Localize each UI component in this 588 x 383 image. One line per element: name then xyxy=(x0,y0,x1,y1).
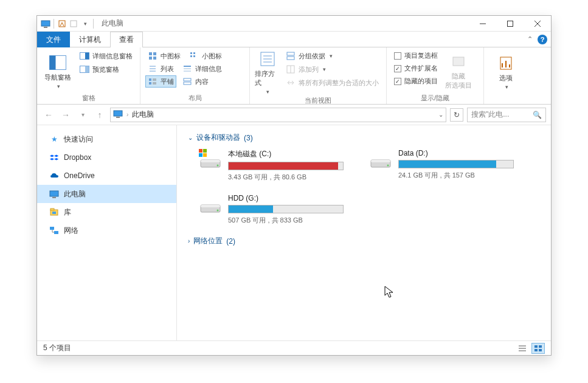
tab-view[interactable]: 查看 xyxy=(110,32,143,47)
details-pane-icon xyxy=(80,51,89,61)
search-input[interactable]: 搜索"此电... 🔍 xyxy=(467,108,546,122)
status-item-count: 5 个项目 xyxy=(43,343,71,353)
svg-rect-61 xyxy=(201,160,220,162)
small-icons-icon xyxy=(189,51,199,61)
layout-list[interactable]: 列表 xyxy=(145,63,176,75)
svg-rect-73 xyxy=(539,345,542,348)
drive-name: 本地磁盘 (C:) xyxy=(228,149,345,159)
search-icon: 🔍 xyxy=(533,111,542,119)
svg-rect-48 xyxy=(116,117,120,118)
group-label-current-view: 当前视图 xyxy=(255,95,381,105)
close-button[interactable] xyxy=(524,16,551,32)
tiles-view-toggle[interactable] xyxy=(531,343,545,354)
group-devices-header[interactable]: ⌄ 设备和驱动器 (3) xyxy=(188,133,540,143)
address-bar[interactable]: › 此电脑 ⌄ xyxy=(110,108,446,122)
checkbox-checked-icon: ✓ xyxy=(394,65,401,72)
sidebar-item-network[interactable]: 网络 xyxy=(37,221,176,240)
options-icon xyxy=(497,54,515,72)
maximize-button[interactable] xyxy=(496,16,524,32)
svg-rect-9 xyxy=(50,55,56,69)
back-button[interactable]: ← xyxy=(42,108,55,122)
sidebar-item-dropbox[interactable]: Dropbox xyxy=(37,148,176,167)
preview-pane-icon xyxy=(80,64,89,74)
preview-pane-button[interactable]: 预览窗格 xyxy=(77,63,135,75)
navigation-pane-icon xyxy=(49,53,67,72)
minimize-button[interactable] xyxy=(469,16,496,32)
group-label-panes: 窗格 xyxy=(42,92,135,103)
main-pane: ⌄ 设备和驱动器 (3) 本地磁盘 (C:)3.43 GB 可用 , 共 80.… xyxy=(177,125,551,340)
svg-rect-34 xyxy=(184,78,191,81)
navigation-sidebar: ★ 快速访问 Dropbox OneDrive 此电脑 库 网络 xyxy=(37,125,177,340)
svg-rect-54 xyxy=(50,227,54,230)
details-view-toggle[interactable] xyxy=(516,343,529,354)
svg-rect-3 xyxy=(71,21,77,27)
address-dropdown-icon[interactable]: ⌄ xyxy=(438,111,443,118)
medium-icons-icon xyxy=(148,51,157,61)
drive-usage-bar xyxy=(398,160,514,168)
navigation-pane-button[interactable]: 导航窗格 ▾ xyxy=(42,50,74,92)
svg-rect-35 xyxy=(184,82,191,85)
sidebar-item-libraries[interactable]: 库 xyxy=(37,203,176,221)
svg-rect-47 xyxy=(114,111,122,116)
svg-rect-27 xyxy=(184,71,191,72)
group-label-layout: 布局 xyxy=(145,92,244,103)
svg-rect-58 xyxy=(199,153,202,157)
drive-item[interactable]: 本地磁盘 (C:)3.43 GB 可用 , 共 80.6 GB xyxy=(199,149,345,182)
sort-by-button[interactable]: 排序方式 ▾ xyxy=(255,50,280,95)
help-icon[interactable]: ? xyxy=(538,35,547,44)
recent-locations-button[interactable]: ▾ xyxy=(76,108,89,122)
svg-rect-18 xyxy=(190,52,192,54)
svg-rect-53 xyxy=(52,212,56,214)
group-network-header[interactable]: › 网络位置 (2) xyxy=(188,236,540,246)
group-by-button[interactable]: 分组依据▾ xyxy=(283,50,381,62)
svg-rect-49 xyxy=(50,191,58,196)
app-icon xyxy=(41,19,50,29)
hidden-items-toggle[interactable]: ✓隐藏的项目 xyxy=(392,75,440,87)
svg-rect-0 xyxy=(41,21,50,26)
up-button[interactable]: ↑ xyxy=(93,108,106,122)
layout-details[interactable]: 详细信息 xyxy=(180,63,224,75)
refresh-button[interactable]: ↻ xyxy=(450,108,463,122)
computer-icon xyxy=(113,109,123,120)
sidebar-item-this-pc[interactable]: 此电脑 xyxy=(37,185,176,203)
forward-button[interactable]: → xyxy=(59,108,72,122)
drive-item[interactable]: HDD (G:)507 GB 可用 , 共 833 GB xyxy=(199,194,345,225)
details-pane-button[interactable]: 详细信息窗格 xyxy=(77,50,135,62)
qat-dropdown-icon[interactable]: ▾ xyxy=(80,19,90,29)
svg-rect-25 xyxy=(184,66,191,67)
item-checkboxes-toggle[interactable]: 项目复选框 xyxy=(392,50,440,61)
tab-file[interactable]: 文件 xyxy=(37,32,70,47)
tab-computer[interactable]: 计算机 xyxy=(70,32,110,47)
svg-rect-14 xyxy=(149,52,152,55)
svg-rect-13 xyxy=(85,66,89,73)
sidebar-item-quick-access[interactable]: ★ 快速访问 xyxy=(37,130,176,148)
drive-item[interactable]: Data (D:)24.1 GB 可用 , 共 157 GB xyxy=(369,149,515,182)
svg-rect-5 xyxy=(507,21,513,26)
options-button[interactable]: 选项 ▾ xyxy=(489,50,523,94)
svg-rect-67 xyxy=(201,205,220,207)
breadcrumb[interactable]: 此电脑 xyxy=(132,109,154,120)
qat-properties-icon[interactable] xyxy=(57,19,67,29)
ribbon-collapse-icon[interactable]: ⌃ xyxy=(527,35,533,43)
sidebar-item-onedrive[interactable]: OneDrive xyxy=(37,167,176,185)
drive-usage-bar xyxy=(228,205,344,213)
qat-blank-icon[interactable] xyxy=(69,19,78,29)
list-icon xyxy=(148,64,157,74)
file-extensions-toggle[interactable]: ✓文件扩展名 xyxy=(392,63,440,74)
layout-content[interactable]: 内容 xyxy=(180,75,211,88)
svg-rect-45 xyxy=(453,57,464,66)
drive-name: Data (D:) xyxy=(398,149,515,157)
svg-rect-75 xyxy=(539,349,542,351)
hide-icon xyxy=(449,52,468,71)
search-placeholder: 搜索"此电... xyxy=(471,109,509,120)
hide-selected-button: 隐藏 所选项目 xyxy=(444,50,473,92)
layout-medium-icons[interactable]: 中图标 xyxy=(145,50,183,62)
layout-small-icons[interactable]: 小图标 xyxy=(187,50,224,62)
drive-name: HDD (G:) xyxy=(228,194,345,202)
content-icon xyxy=(182,77,192,86)
dropbox-icon xyxy=(49,153,59,162)
svg-point-68 xyxy=(217,210,219,212)
svg-rect-11 xyxy=(85,53,89,60)
layout-tiles[interactable]: 平铺 xyxy=(145,75,176,88)
network-icon xyxy=(49,226,59,235)
